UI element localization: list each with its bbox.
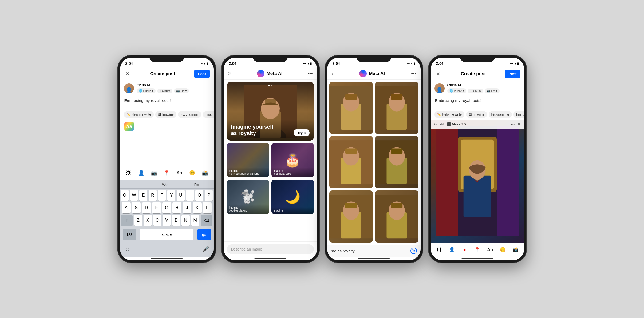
key-x[interactable]: X: [144, 215, 152, 226]
grid-img-4[interactable]: [375, 136, 418, 188]
key-h[interactable]: H: [172, 202, 181, 213]
key-o[interactable]: O: [195, 190, 203, 201]
reel-icon-1[interactable]: 📷: [150, 169, 158, 177]
key-e[interactable]: E: [139, 190, 147, 201]
grid-portrait-1: [329, 82, 373, 134]
overlay-dots-4[interactable]: •••: [511, 122, 515, 126]
astronaut-card[interactable]: 🌙 Imagine: [271, 180, 314, 214]
fix-grammar-chip-4[interactable]: Fix grammar: [489, 111, 512, 118]
key-123[interactable]: 123: [123, 229, 136, 240]
grid-img-2[interactable]: [375, 82, 418, 134]
key-g[interactable]: G: [162, 202, 171, 213]
privacy-pill-1[interactable]: 🌐 Public ▾: [137, 88, 156, 93]
text-icon-1[interactable]: Aa: [175, 169, 184, 177]
close-button-4[interactable]: ✕: [434, 70, 442, 78]
grid-img-5[interactable]: [329, 190, 373, 243]
album-pill-4[interactable]: + Album: [468, 89, 483, 93]
camera-icon-4[interactable]: 📸: [511, 245, 520, 254]
key-c[interactable]: C: [153, 215, 161, 226]
key-go[interactable]: go: [197, 229, 211, 240]
help-me-write-chip-1[interactable]: ✏️ Help me write: [124, 111, 154, 118]
key-shift[interactable]: ⇧: [121, 215, 133, 226]
location-pill-1[interactable]: 📷 Off ▾: [174, 88, 189, 93]
dots-button-3[interactable]: •••: [411, 71, 416, 77]
more-chip-4[interactable]: Ima...: [513, 111, 524, 118]
grid-img-6[interactable]: [375, 190, 418, 243]
location-pill-4[interactable]: 📷 Off ▾: [485, 88, 500, 93]
ai-suggestions-grid-2: Imagine yourself as royalty Try it Imagi…: [224, 80, 317, 241]
post-text-1[interactable]: Embracing my royal roots!: [120, 96, 214, 109]
key-v[interactable]: V: [163, 215, 171, 226]
key-m[interactable]: M: [191, 215, 199, 226]
photo-icon-4[interactable]: 🖼: [435, 245, 443, 254]
close-button-1[interactable]: ✕: [124, 70, 131, 78]
text-icon-4[interactable]: Aa: [486, 245, 494, 254]
try-it-button[interactable]: Try it: [294, 129, 309, 136]
ai-input-2[interactable]: Describe an image: [227, 244, 314, 254]
more-chip-1[interactable]: Ima...: [203, 111, 214, 118]
key-q[interactable]: Q: [121, 190, 129, 201]
wifi-icon-3: ▾: [411, 62, 413, 65]
key-i[interactable]: I: [186, 190, 194, 201]
help-me-write-chip-4[interactable]: ✏️ Help me write: [434, 111, 464, 118]
key-l[interactable]: L: [203, 202, 212, 213]
close-button-2[interactable]: ✕: [228, 71, 232, 77]
royalty-input-3[interactable]: [331, 249, 408, 253]
birthday-card[interactable]: 🎂 Imagine a birthday cake: [271, 143, 314, 177]
post-button-4[interactable]: Post: [505, 70, 520, 78]
refresh-button-3[interactable]: ↻: [410, 248, 417, 254]
suggestion-we[interactable]: We: [160, 182, 170, 187]
location-icon-1[interactable]: 📍: [162, 169, 171, 177]
key-k[interactable]: K: [193, 202, 202, 213]
key-a[interactable]: A: [122, 202, 131, 213]
location-icon-4[interactable]: 📍: [473, 245, 481, 254]
key-space[interactable]: space: [140, 229, 193, 240]
key-u[interactable]: U: [177, 190, 185, 201]
key-b[interactable]: B: [172, 215, 180, 226]
poodles-card[interactable]: 🐩 Imagine poodles playing: [227, 180, 269, 214]
grid-img-1[interactable]: [329, 82, 373, 134]
fix-grammar-chip-1[interactable]: Fix grammar: [178, 111, 201, 118]
key-n[interactable]: N: [181, 215, 190, 226]
imagine-chip-1[interactable]: 🖼 Imagine: [155, 111, 176, 118]
kb-emoji-row-1: ☺ 🎤: [120, 242, 214, 257]
emoji-icon-4[interactable]: 😊: [499, 245, 507, 254]
camera-icon-1[interactable]: 📸: [201, 169, 209, 177]
back-button-3[interactable]: ‹: [331, 71, 333, 77]
emoji-keyboard-icon-1[interactable]: ☺: [123, 243, 132, 255]
key-w[interactable]: W: [130, 190, 138, 201]
tag-icon-1[interactable]: 👤: [137, 169, 145, 177]
notch-3: [357, 55, 391, 62]
key-backspace[interactable]: ⌫: [201, 215, 212, 226]
post-button-1[interactable]: Post: [194, 70, 210, 78]
surrealist-card[interactable]: Imagine me in a surrealist painting: [227, 143, 269, 177]
key-f[interactable]: F: [152, 202, 161, 213]
make3d-button-4[interactable]: ⬛ Make 3D: [447, 122, 466, 126]
suggestion-im[interactable]: I'm: [192, 182, 201, 187]
key-s[interactable]: S: [132, 202, 141, 213]
user-info-1: Chris M 🌐 Public ▾ + Album 📷 Off ▾: [137, 83, 189, 93]
key-r[interactable]: R: [149, 190, 157, 201]
key-z[interactable]: Z: [134, 215, 142, 226]
imagine-chip-4[interactable]: 🖼 Imagine: [466, 111, 487, 118]
suggestion-i[interactable]: I: [132, 182, 137, 187]
photo-icon-1[interactable]: 🖼: [124, 169, 133, 177]
key-y[interactable]: Y: [167, 190, 175, 201]
album-pill-1[interactable]: + Album: [157, 89, 172, 93]
post-text-4[interactable]: Embracing my royal roots!: [431, 96, 524, 109]
key-j[interactable]: J: [183, 202, 191, 213]
emoji-icon-1[interactable]: 😊: [188, 169, 196, 177]
big-card-royalty[interactable]: Imagine yourself as royalty Try it: [227, 82, 314, 141]
key-d[interactable]: D: [142, 202, 151, 213]
key-t[interactable]: T: [158, 190, 166, 201]
overlay-close-4[interactable]: ✕: [517, 122, 521, 126]
edit-button-4[interactable]: ✂ Edit: [434, 122, 444, 126]
tag-icon-4[interactable]: 👤: [448, 245, 456, 254]
privacy-pill-4[interactable]: 🌐 Public ▾: [447, 88, 467, 93]
key-p[interactable]: P: [205, 190, 213, 201]
kb-row-3: ⇧ Z X C V B N M ⌫: [121, 215, 212, 226]
reel-icon-4[interactable]: ●: [460, 245, 469, 254]
mic-icon-1[interactable]: 🎤: [201, 243, 211, 255]
grid-img-3[interactable]: [329, 136, 373, 188]
dots-button-2[interactable]: •••: [308, 71, 313, 77]
